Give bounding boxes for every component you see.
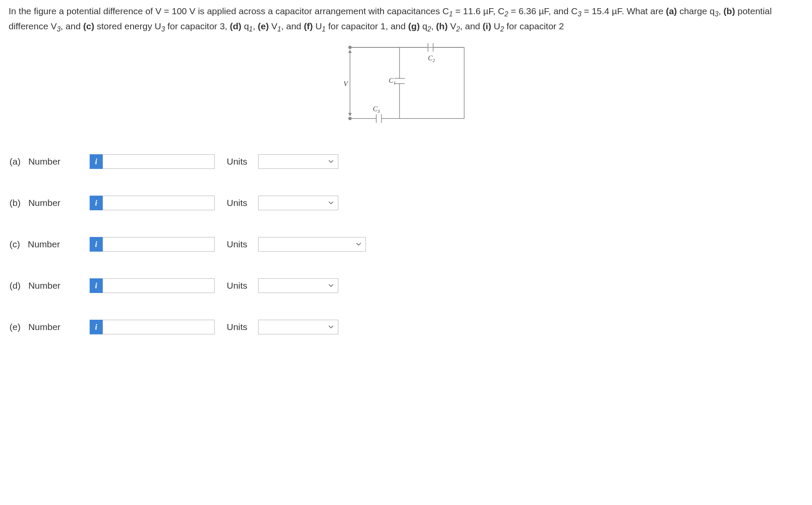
number-input-b[interactable] [103,196,215,210]
row-label: (d) Number [9,279,90,293]
answer-row-c: (c) Number i Units [9,237,803,252]
row-label: (e) Number [9,320,90,334]
question-text: In the figure a potential difference of … [9,4,803,34]
svg-text:C2: C2 [428,54,435,63]
circuit-figure: V C1 C2 C3 [9,43,803,135]
svg-marker-4 [348,113,352,116]
svg-text:C3: C3 [373,105,380,114]
info-icon[interactable]: i [90,320,103,334]
answer-row-a: (a) Number i Units [9,154,803,169]
units-label: Units [227,237,247,251]
row-label: (b) Number [9,196,90,210]
row-label: (a) Number [9,155,90,168]
units-select-d[interactable] [258,278,338,293]
units-select-c[interactable] [258,237,366,252]
info-icon[interactable]: i [90,196,103,210]
row-label: (c) Number [9,237,90,251]
info-icon[interactable]: i [90,278,103,293]
svg-text:V: V [344,80,349,87]
answer-row-b: (b) Number i Units [9,196,803,210]
info-icon[interactable]: i [90,154,103,169]
number-input-e[interactable] [103,320,215,334]
units-label: Units [227,279,247,293]
number-input-c[interactable] [103,237,215,252]
svg-text:C1: C1 [389,77,396,85]
answer-row-d: (d) Number i Units [9,278,803,293]
units-label: Units [227,155,247,168]
answer-section: (a) Number i Units (b) Number i Units (c… [9,154,803,334]
number-input-a[interactable] [103,154,215,169]
number-input-d[interactable] [103,278,215,293]
units-label: Units [227,196,247,210]
units-select-e[interactable] [258,320,338,334]
answer-row-e: (e) Number i Units [9,320,803,334]
units-select-b[interactable] [258,196,338,210]
units-label: Units [227,320,247,334]
units-select-a[interactable] [258,154,338,169]
info-icon[interactable]: i [90,237,103,252]
svg-marker-2 [348,50,352,53]
